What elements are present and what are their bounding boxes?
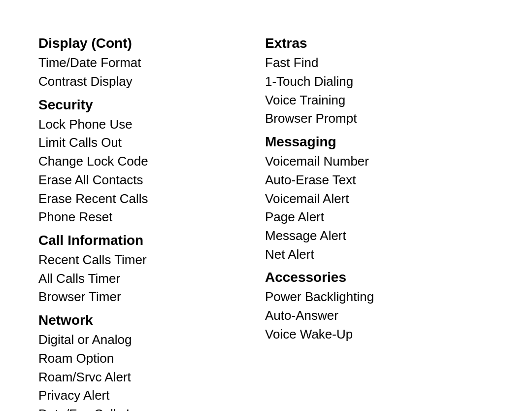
item-power-backlighting: Power Backlighting bbox=[265, 288, 494, 307]
heading-display-cont: Display (Cont) bbox=[38, 34, 265, 53]
item-phone-reset: Phone Reset bbox=[38, 208, 265, 227]
section-display-cont: Display (Cont) Time/Date Format Contrast… bbox=[38, 30, 265, 91]
item-voice-wake-up: Voice Wake-Up bbox=[265, 325, 494, 344]
section-call-information: Call Information Recent Calls Timer All … bbox=[38, 227, 265, 307]
item-contrast-display: Contrast Display bbox=[38, 72, 265, 91]
section-extras: Extras Fast Find 1-Touch Dialing Voice T… bbox=[265, 30, 494, 128]
item-fast-find: Fast Find bbox=[265, 54, 494, 72]
item-voicemail-alert: Voicemail Alert bbox=[265, 190, 494, 208]
section-network: Network Digital or Analog Roam Option Ro… bbox=[38, 307, 265, 411]
item-erase-all-contacts: Erase All Contacts bbox=[38, 171, 265, 190]
heading-security: Security bbox=[38, 95, 265, 114]
item-1-touch-dialing: 1-Touch Dialing bbox=[265, 72, 494, 91]
heading-network: Network bbox=[38, 310, 265, 330]
item-message-alert: Message Alert bbox=[265, 227, 494, 245]
heading-extras: Extras bbox=[265, 34, 494, 53]
item-digital-or-analog: Digital or Analog bbox=[38, 331, 265, 349]
heading-accessories: Accessories bbox=[265, 268, 494, 287]
left-column: Display (Cont) Time/Date Format Contrast… bbox=[38, 30, 265, 411]
item-time-date-format: Time/Date Format bbox=[38, 54, 265, 72]
item-net-alert: Net Alert bbox=[265, 245, 494, 264]
section-messaging: Messaging Voicemail Number Auto-Erase Te… bbox=[265, 128, 494, 264]
item-limit-calls-out: Limit Calls Out bbox=[38, 134, 265, 152]
right-column: Extras Fast Find 1-Touch Dialing Voice T… bbox=[265, 30, 494, 411]
item-lock-phone-use: Lock Phone Use bbox=[38, 115, 265, 134]
section-accessories: Accessories Power Backlighting Auto-Answ… bbox=[265, 264, 494, 343]
heading-messaging: Messaging bbox=[265, 132, 494, 151]
item-voicemail-number: Voicemail Number bbox=[265, 152, 494, 171]
item-roam-option: Roam Option bbox=[38, 349, 265, 368]
item-recent-calls-timer: Recent Calls Timer bbox=[38, 251, 265, 270]
page-container: Display (Cont) Time/Date Format Contrast… bbox=[0, 0, 532, 411]
item-roam-srvc-alert: Roam/Srvc Alert bbox=[38, 368, 265, 387]
item-all-calls-timer: All Calls Timer bbox=[38, 270, 265, 288]
item-browser-timer: Browser Timer bbox=[38, 288, 265, 307]
item-voice-training: Voice Training bbox=[265, 91, 494, 110]
item-privacy-alert: Privacy Alert bbox=[38, 386, 265, 405]
content-area: Display (Cont) Time/Date Format Contrast… bbox=[38, 30, 494, 411]
section-security: Security Lock Phone Use Limit Calls Out … bbox=[38, 91, 265, 227]
item-auto-erase-text: Auto-Erase Text bbox=[265, 171, 494, 190]
item-change-lock-code: Change Lock Code bbox=[38, 152, 265, 171]
item-page-alert: Page Alert bbox=[265, 208, 494, 227]
item-browser-prompt: Browser Prompt bbox=[265, 109, 494, 128]
item-auto-answer: Auto-Answer bbox=[265, 307, 494, 325]
heading-call-information: Call Information bbox=[38, 231, 265, 250]
item-erase-recent-calls: Erase Recent Calls bbox=[38, 190, 265, 208]
item-data-fax-calls-in: Data/Fax Calls In bbox=[38, 405, 265, 411]
